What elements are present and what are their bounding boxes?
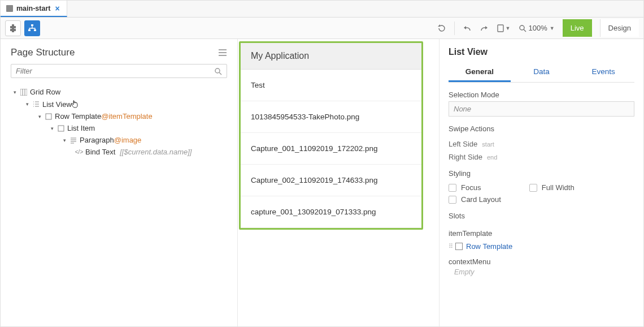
svg-rect-8 [20,89,27,96]
swipe-actions-label: Swipe Actions [449,124,634,133]
properties-tabs: General Data Events [449,63,634,83]
device-selector[interactable]: ▼ [497,24,511,32]
tree-node-listview[interactable]: ▾ List View [7,98,230,110]
filter-input[interactable] [16,67,214,75]
designer-toolbar: ▼ 100% ▼ Live Design [1,18,643,39]
template-icon [45,113,53,120]
editor-tabbar: main-start × [1,1,643,18]
paragraph-icon [69,137,77,144]
close-icon[interactable]: × [54,4,60,13]
caret-icon[interactable]: ▾ [12,89,18,95]
drag-handle-icon[interactable]: ⠿ [449,243,452,250]
undo-icon[interactable] [463,24,472,33]
swipe-left-label: Left Side [449,140,477,148]
panel-menu-icon[interactable] [218,49,227,57]
tree-node-bindtext[interactable]: </> Bind Text [[$current.data.name]] [7,146,230,158]
hand-cursor-icon [71,100,79,109]
properties-title: List View [449,45,634,63]
tab-data[interactable]: Data [511,63,573,82]
bind-expression: [[$current.data.name]] [120,148,192,156]
svg-rect-1 [28,29,31,31]
device-preview: My Application Test 1013845954533-TakePh… [239,41,423,230]
structure-tree: ▾ Grid Row ▾ List View ▾ Row Template@it… [1,84,237,160]
live-button[interactable]: Live [563,19,592,37]
tree-node-rowtemplate[interactable]: ▾ Row Template@itemTemplate [7,110,230,122]
list-item[interactable]: Capture_001_11092019_172202.png [241,133,421,165]
svg-rect-3 [498,25,503,32]
caret-icon[interactable]: ▾ [62,137,67,143]
list-item[interactable]: capture_001_13092019_071333.png [241,196,421,228]
svg-point-4 [520,25,524,30]
search-icon[interactable] [214,67,222,75]
caret-icon[interactable]: ▾ [49,126,55,131]
tree-label: Bind Text [85,148,115,156]
list-item[interactable]: 1013845954533-TakePhoto.png [241,101,421,133]
swipe-right-tag: end [487,154,497,161]
tree-label: Grid Row [30,88,60,96]
tree-node-paragraph[interactable]: ▾ Paragraph@image [7,134,230,146]
list-item[interactable]: Test [241,70,421,101]
file-icon [6,5,13,12]
editor-tab-main-start[interactable]: main-start × [1,1,67,17]
slots-label: Slots [449,212,634,220]
svg-rect-2 [34,29,36,31]
selection-mode-label: Selection Mode [449,91,634,99]
slot-rowtemplate[interactable]: ⠿ Row Template [449,242,634,251]
tree-label: Paragraph@image [80,136,141,144]
tab-events[interactable]: Events [572,63,634,82]
preview-listview: Test 1013845954533-TakePhoto.png Capture… [241,70,421,228]
properties-panel: List View General Data Events Selection … [439,39,643,326]
cardlayout-checkbox[interactable]: Card Layout [449,195,501,204]
page-structure-panel: Page Structure ▾ Grid Row [1,39,238,326]
tree-label: List Item [67,124,95,132]
slot-itemtemplate-label: itemTemplate [449,229,634,238]
svg-rect-0 [31,24,33,26]
reload-icon[interactable] [437,24,446,33]
filter-input-wrap [11,64,227,78]
focus-checkbox[interactable]: Focus [449,183,501,192]
design-canvas: My Application Test 1013845954533-TakePh… [238,39,439,326]
swipe-right-row[interactable]: Right Side end [449,153,634,161]
redo-icon[interactable] [480,24,489,33]
template-icon [455,243,463,250]
design-button[interactable]: Design [600,19,639,37]
caret-icon[interactable]: ▾ [37,114,42,119]
code-icon: </> [75,149,83,155]
svg-line-7 [219,72,221,75]
item-icon [57,125,65,132]
caret-icon[interactable]: ▾ [24,101,30,107]
slot-rowtemplate-label: Row Template [466,242,512,251]
grid-icon [20,89,28,96]
tree-label: Row Template@itemTemplate [55,112,153,121]
svg-rect-11 [46,114,51,119]
fullwidth-checkbox[interactable]: Full Width [529,183,575,192]
svg-rect-12 [58,126,64,131]
swipe-left-tag: start [482,141,494,148]
selection-mode-select[interactable]: None [449,101,634,117]
search-icon [519,24,526,32]
swipe-right-label: Right Side [449,153,482,161]
tab-label: main-start [16,5,50,12]
structure-button[interactable] [24,20,40,36]
tab-general[interactable]: General [449,63,511,82]
components-palette-button[interactable] [5,20,21,36]
app-title: My Application [241,43,421,70]
list-item[interactable]: Capture_002_11092019_174633.png [241,165,421,196]
slot-contextmenu-label: contextMenu [449,257,634,266]
swipe-left-row[interactable]: Left Side start [449,140,634,148]
zoom-value: 100% [529,24,547,32]
svg-line-5 [524,29,526,32]
slot-empty: Empty [449,266,634,278]
svg-point-6 [215,68,220,73]
tree-node-listitem[interactable]: ▾ List Item [7,122,230,134]
tree-node-gridrow[interactable]: ▾ Grid Row [7,86,230,98]
zoom-control[interactable]: 100% ▼ [519,24,555,32]
list-icon [32,101,40,107]
tree-label: List View [42,100,72,109]
panel-title: Page Structure [11,47,75,58]
styling-label: Styling [449,169,634,178]
